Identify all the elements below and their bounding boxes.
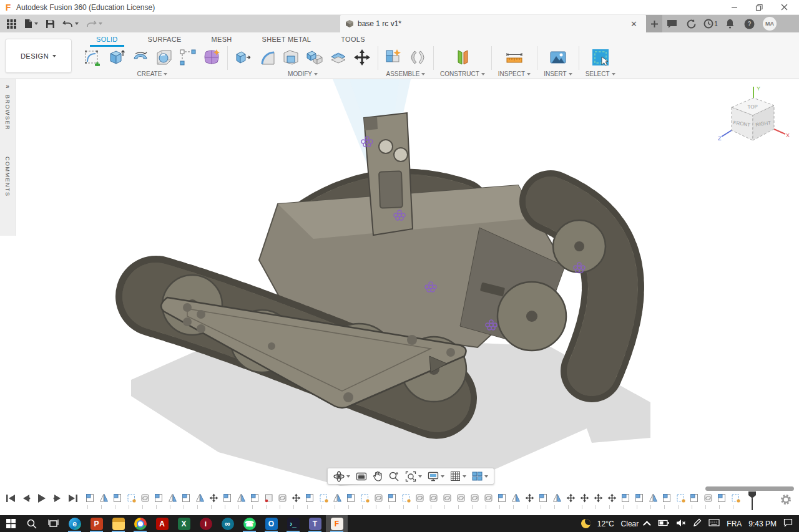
timeline-feature-move-icon[interactable]	[208, 493, 218, 503]
timeline-feature-flag-icon[interactable]	[538, 493, 548, 503]
select-tool-icon[interactable]	[591, 48, 610, 67]
insert-canvas-icon[interactable]	[549, 48, 567, 67]
job-status-icon[interactable]	[682, 15, 701, 32]
timeline-feature-flag-icon[interactable]	[154, 493, 164, 503]
insert-dropdown[interactable]: INSERT	[544, 70, 572, 77]
inspect-dropdown[interactable]: INSPECT	[498, 70, 531, 77]
timeline-feature-triangle-icon[interactable]	[332, 493, 342, 503]
modify-dropdown[interactable]: MODIFY	[288, 70, 318, 77]
extrude-icon[interactable]	[107, 48, 126, 67]
timeline-feature-sketch-icon[interactable]	[126, 493, 136, 503]
taskbar-app-fusion360[interactable]: F	[326, 515, 348, 532]
create-form-icon[interactable]	[202, 48, 221, 67]
app-grid-icon[interactable]	[4, 16, 19, 31]
combine-icon[interactable]	[305, 48, 324, 67]
tab-surface[interactable]: SURFACE	[133, 34, 197, 46]
data-panel-clock-icon[interactable]: 1	[701, 15, 720, 32]
new-document-tab-button[interactable]	[646, 15, 662, 32]
save-button[interactable]	[42, 16, 58, 31]
timeline-feature-triangle-icon[interactable]	[648, 493, 658, 503]
assemble-dropdown[interactable]: ASSEMBLE	[386, 70, 426, 77]
timeline-feature-flag-icon[interactable]	[689, 493, 699, 503]
timeline-feature-form-icon[interactable]	[277, 493, 287, 503]
taskbar-app-teams[interactable]: T	[304, 515, 326, 532]
timeline-feature-flag-icon[interactable]	[717, 493, 727, 503]
press-pull-icon[interactable]	[234, 48, 253, 67]
taskbar-app-info-app[interactable]: i	[195, 515, 217, 532]
timeline-position-marker[interactable]	[748, 491, 756, 510]
taskbar-app-acrobat[interactable]: A	[151, 515, 173, 532]
action-center-icon[interactable]	[783, 518, 793, 529]
shell-icon[interactable]	[282, 48, 300, 67]
timeline-feature-triangle-icon[interactable]	[167, 493, 177, 503]
hole-icon[interactable]	[155, 48, 174, 67]
offset-plane-icon[interactable]	[329, 48, 348, 67]
taskbar-search-icon[interactable]	[21, 515, 42, 532]
close-button[interactable]	[772, 0, 797, 14]
timeline-feature-form-icon[interactable]	[373, 493, 383, 503]
restore-button[interactable]	[747, 0, 772, 14]
taskbar-app-chrome[interactable]	[129, 515, 151, 532]
timeline-feature-flag-icon[interactable]	[112, 493, 122, 503]
new-component-icon[interactable]	[385, 48, 403, 67]
taskbar-app-file-explorer[interactable]	[107, 515, 129, 532]
taskbar-app-edge[interactable]: e	[64, 515, 86, 532]
timeline-feature-form-icon[interactable]	[414, 493, 424, 503]
timeline-feature-flag-icon[interactable]	[222, 493, 232, 503]
new-file-button[interactable]	[21, 16, 41, 31]
timeline-settings-gear-icon[interactable]	[780, 494, 792, 508]
timeline-feature-flag-icon[interactable]	[346, 493, 356, 503]
step-forward-icon[interactable]	[52, 493, 63, 504]
zoom-icon[interactable]	[386, 470, 401, 483]
touch-keyboard-icon[interactable]	[708, 519, 720, 528]
undo-button[interactable]	[59, 16, 82, 31]
timeline-feature-flag-icon[interactable]	[85, 493, 95, 503]
clock-time[interactable]: 9:43 PM	[748, 520, 777, 528]
timeline-feature-form-icon[interactable]	[428, 493, 438, 503]
viewcube[interactable]: Y X Z TOP FRONT RIGHT	[718, 84, 790, 150]
pattern-icon[interactable]	[179, 48, 197, 67]
timeline-feature-move-icon[interactable]	[524, 493, 534, 503]
taskbar-app-powerpoint[interactable]: P	[86, 515, 107, 532]
timeline-scrollbar[interactable]	[705, 486, 794, 491]
orbit-icon[interactable]	[331, 470, 352, 483]
timeline-feature-form-icon[interactable]	[140, 493, 150, 503]
look-at-icon[interactable]	[354, 470, 369, 483]
weather-temperature[interactable]: 12°C	[597, 520, 614, 528]
taskbar-app-arduino[interactable]: ∞	[217, 515, 238, 532]
timeline-feature-sketch-icon[interactable]	[318, 493, 328, 503]
timeline-feature-sketch-icon[interactable]	[401, 493, 411, 503]
timeline-feature-flag-icon[interactable]	[305, 493, 315, 503]
display-settings-icon[interactable]	[426, 470, 446, 483]
go-to-start-icon[interactable]	[5, 493, 16, 504]
pen-icon[interactable]	[693, 518, 702, 529]
go-to-end-icon[interactable]	[67, 493, 79, 504]
timeline-feature-flag-icon[interactable]	[497, 493, 507, 503]
timeline-feature-flag-icon[interactable]	[250, 493, 260, 503]
grid-settings-icon[interactable]	[448, 470, 468, 483]
timeline-feature-triangle-icon[interactable]	[99, 493, 109, 503]
browser-panel-tab[interactable]: BROWSER	[4, 95, 11, 130]
minimize-button[interactable]	[722, 0, 747, 14]
pan-icon[interactable]	[371, 470, 385, 483]
timeline-feature-move-icon[interactable]	[579, 493, 589, 503]
fit-icon[interactable]	[403, 470, 424, 483]
hidden-icons-chevron[interactable]	[643, 521, 651, 529]
timeline-feature-move-icon[interactable]	[291, 493, 301, 503]
model-viewport[interactable]: » BROWSER COMMENTS Y X Z TOP FRONT RIGHT	[0, 79, 799, 515]
joint-icon[interactable]	[408, 48, 427, 67]
volume-muted-icon[interactable]	[676, 519, 686, 529]
viewports-icon[interactable]	[470, 470, 490, 482]
battery-icon[interactable]	[658, 520, 669, 528]
start-button[interactable]	[0, 515, 21, 532]
taskbar-app-outlook[interactable]: O	[260, 515, 282, 532]
help-icon[interactable]: ?	[740, 15, 759, 32]
keyboard-language[interactable]: FRA	[727, 520, 742, 528]
timeline-feature-move-icon[interactable]	[593, 493, 603, 503]
redo-button[interactable]	[83, 16, 105, 31]
timeline-feature-hole-icon[interactable]	[263, 493, 273, 503]
revolve-icon[interactable]	[131, 48, 150, 67]
taskbar-app-whatsapp[interactable]: ☎	[238, 515, 260, 532]
create-sketch-icon[interactable]	[84, 48, 102, 67]
construct-plane-icon[interactable]	[453, 48, 472, 67]
